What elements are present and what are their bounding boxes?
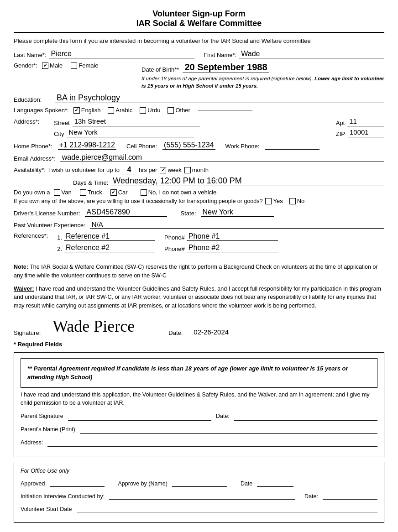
- languages-checkboxes: English Arabic Urdu Other: [73, 107, 252, 114]
- parent-sig-field[interactable]: [68, 412, 211, 421]
- office-interview-date-field[interactable]: [323, 491, 377, 500]
- city-label: City: [54, 130, 64, 137]
- lang-other-label: Other: [175, 107, 190, 114]
- gender-female-label: Female: [79, 62, 98, 69]
- intro-text: Please complete this form if you are int…: [14, 37, 384, 44]
- office-start-date-row: Volunteer Start Date: [21, 504, 377, 512]
- office-date-field[interactable]: [257, 479, 293, 487]
- avail-week-checkbox[interactable]: [160, 167, 166, 173]
- avail-month-option[interactable]: month: [184, 167, 209, 173]
- cell-phone-value: (555) 555-1234: [162, 141, 215, 150]
- car-checkbox[interactable]: [110, 189, 117, 196]
- page-header: Volunteer Sign-up Form IAR Social & Welf…: [14, 9, 384, 28]
- office-approve-by-field[interactable]: [172, 479, 227, 487]
- parent-date-field[interactable]: [234, 412, 377, 421]
- office-start-date-field[interactable]: [77, 504, 377, 512]
- dob-label: Date of Birth**: [141, 66, 179, 73]
- lang-urdu-checkbox[interactable]: [140, 107, 146, 114]
- dl-label: Driver's License Number:: [14, 210, 80, 217]
- van-label: Van: [62, 189, 72, 196]
- last-name-label: Last Name*:: [14, 52, 47, 58]
- lang-arabic-label: Arabic: [115, 107, 132, 114]
- education-value: BA in Psychology: [55, 93, 384, 103]
- parental-box: ** Parental Agreement required if candid…: [14, 352, 384, 458]
- last-name-group: Last Name*: Pierce: [14, 50, 194, 58]
- transport-no-option[interactable]: No: [289, 198, 305, 204]
- parental-title: ** Parental Agreement required if candid…: [21, 358, 377, 388]
- dob-group: Date of Birth** 20 September 1988 If und…: [141, 62, 384, 89]
- lang-english-checkbox[interactable]: [73, 107, 80, 114]
- ref2-phone-row: Phone# Phone #2: [164, 244, 278, 252]
- parent-name-field[interactable]: [80, 426, 377, 434]
- parent-addr-row: Address:: [21, 438, 377, 447]
- office-approved-field[interactable]: [50, 479, 105, 487]
- transport-yes-label: Yes: [273, 198, 283, 204]
- lang-other-field: [198, 110, 252, 110]
- zip-value: 10001: [348, 128, 384, 137]
- office-interview-field[interactable]: [109, 491, 295, 500]
- note-label: Note:: [14, 264, 28, 270]
- ref1-value: Reference #1: [64, 232, 155, 241]
- email-row: Email Address*: wade.pierce@gmail.com: [14, 153, 384, 162]
- street-value: 13h Street: [73, 117, 200, 126]
- waiver-text: I have read and understand the Volunteer…: [14, 286, 381, 309]
- gender-female-checkbox[interactable]: [71, 63, 77, 69]
- transport-yes-option[interactable]: Yes: [265, 198, 283, 204]
- education-label: Education:: [14, 96, 50, 103]
- cell-phone-label: Cell Phone:: [126, 143, 157, 150]
- reference-names: 1. Reference #1 2. Reference #2: [57, 232, 155, 252]
- lang-urdu-option[interactable]: Urdu: [140, 107, 160, 114]
- parental-fields: Parent Signature Date: Parent's Name (Pr…: [21, 412, 377, 447]
- lang-other-option[interactable]: Other: [168, 107, 190, 114]
- ref1-phone-value: Phone #1: [187, 232, 278, 241]
- truck-checkbox[interactable]: [80, 189, 86, 196]
- truck-label: Truck: [88, 189, 102, 196]
- avail-week-option[interactable]: week: [160, 167, 181, 173]
- lang-other-checkbox[interactable]: [168, 107, 174, 114]
- home-phone-value: +1 212-998-1212: [58, 141, 116, 150]
- phone-hash2: Phone#: [164, 245, 185, 252]
- transport-yes-checkbox[interactable]: [265, 198, 272, 204]
- office-interview-row: Initiation Interview Conducted by: Date:: [21, 491, 377, 500]
- note-section: Note: The IAR Social & Welfare Committee…: [14, 263, 384, 280]
- lang-arabic-checkbox[interactable]: [108, 107, 114, 114]
- van-option[interactable]: Van: [54, 189, 72, 196]
- parent-addr-label: Address:: [21, 438, 43, 447]
- zip-row: ZIP 10001: [336, 128, 384, 137]
- no-vehicle-option[interactable]: No, I do not own a vehicle: [141, 189, 217, 196]
- transport-no-checkbox[interactable]: [289, 198, 296, 204]
- title-line2: IAR Social & Welfare Committee: [14, 19, 384, 28]
- vehicle-label: Do you own a: [14, 189, 50, 196]
- sig-label: Signature:: [14, 329, 41, 336]
- ref1-phone-row: Phone# Phone #1: [164, 232, 278, 241]
- transport-text: If you own any of the above, are you wil…: [14, 198, 262, 204]
- lang-arabic-option[interactable]: Arabic: [108, 107, 132, 114]
- vehicle-row: Do you own a Van Truck Car No, I do not …: [14, 189, 384, 196]
- phone-row: Home Phone*: +1 212-998-1212 Cell Phone:…: [14, 141, 384, 150]
- ref2-value: Reference #2: [64, 244, 155, 252]
- gender-male-option[interactable]: Male: [42, 62, 63, 69]
- references-label: References*:: [14, 232, 48, 239]
- street-label: Street: [54, 120, 70, 126]
- lang-english-option[interactable]: English: [73, 107, 101, 114]
- parent-name-row: Parent's Name (Print): [21, 425, 377, 434]
- car-option[interactable]: Car: [110, 189, 128, 196]
- sig-date-label: Date:: [168, 329, 183, 336]
- parent-addr-field[interactable]: [47, 438, 377, 447]
- signature-row: Signature: Wade Pierce Date: 02-26-2024: [14, 318, 384, 336]
- gender-male-checkbox[interactable]: [42, 63, 48, 69]
- van-checkbox[interactable]: [54, 189, 60, 196]
- gender-female-option[interactable]: Female: [71, 62, 98, 69]
- avail-hrs: 4: [122, 166, 136, 174]
- email-label: Email Address*:: [14, 155, 56, 162]
- office-date-label: Date: [241, 480, 252, 487]
- waiver-section: Waiver: I have read and understand the V…: [14, 285, 384, 310]
- no-vehicle-checkbox[interactable]: [141, 189, 147, 196]
- state-value: New York: [201, 208, 274, 217]
- office-approved-label: Approved: [21, 480, 45, 487]
- truck-option[interactable]: Truck: [80, 189, 102, 196]
- address-row: Address*: Street 13h Street City New Yor…: [14, 117, 384, 137]
- parental-body: I have read and understand this applicat…: [21, 391, 370, 407]
- avail-month-checkbox[interactable]: [184, 167, 191, 173]
- gender-male-label: Male: [50, 62, 63, 69]
